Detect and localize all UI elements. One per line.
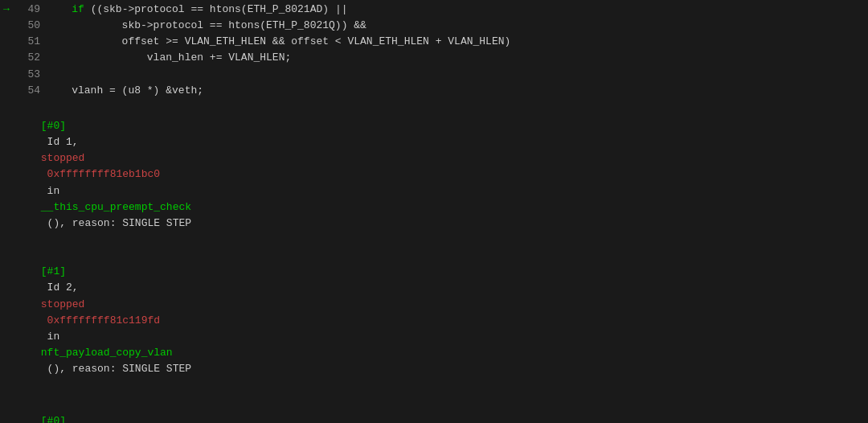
thread-0-func: __this_cpu_preempt_check bbox=[41, 201, 191, 213]
arrow-50 bbox=[3, 18, 18, 34]
thread-1-bracket: [#1] bbox=[41, 265, 66, 277]
arrow-54 bbox=[3, 83, 18, 99]
thread-0-bracket: [#0] bbox=[41, 120, 66, 132]
linenum-49: 49 bbox=[18, 2, 47, 18]
stack-section: [#0] 0xffffffff81c119fd → nft_payload_co… bbox=[0, 395, 868, 423]
code-line-49: → 49 if ((skb->protocol == htons(ETH_P_8… bbox=[0, 2, 868, 18]
thread-1: [#1] Id 2, stopped 0xffffffff81c119fd in… bbox=[3, 248, 865, 393]
code-line-54: 54 vlanh = (u8 *) &veth; bbox=[0, 83, 868, 99]
thread-1-func: nft_payload_copy_vlan bbox=[41, 347, 173, 359]
thread-0-reason: (), reason: SINGLE STEP bbox=[41, 217, 191, 229]
code-line-51: 51 offset >= VLAN_ETH_HLEN && offset < V… bbox=[0, 34, 868, 50]
stack-frame-0: [#0] 0xffffffff81c119fd → nft_payload_co… bbox=[3, 396, 865, 423]
code-line-53: 53 bbox=[0, 67, 868, 83]
arrow-52 bbox=[3, 50, 18, 66]
linenum-52: 52 bbox=[18, 50, 47, 66]
thread-1-in: in bbox=[41, 331, 66, 343]
arrow-49: → bbox=[3, 2, 18, 18]
linenum-50: 50 bbox=[18, 18, 47, 34]
thread-0: [#0] Id 1, stopped 0xffffffff81eb1bc0 in… bbox=[3, 102, 865, 248]
thread-1-addr: 0xffffffff81c119fd bbox=[41, 314, 160, 326]
thread-0-in: in bbox=[41, 185, 66, 197]
thread-0-id: Id 1, bbox=[41, 136, 85, 148]
code-line-50: 50 skb->protocol == htons(ETH_P_8021Q)) … bbox=[0, 18, 868, 34]
linenum-54: 54 bbox=[18, 83, 47, 99]
thread-0-status: stopped bbox=[41, 152, 85, 164]
frame-0-bracket: [#0] bbox=[41, 415, 66, 423]
thread-1-reason: (), reason: SINGLE STEP bbox=[41, 363, 191, 375]
arrow-51 bbox=[3, 34, 18, 50]
linenum-51: 51 bbox=[18, 34, 47, 50]
code-content-52: vlan_hlen += VLAN_HLEN; bbox=[47, 50, 291, 66]
arrow-53 bbox=[3, 67, 18, 83]
thread-1-id: Id 2, bbox=[41, 281, 85, 294]
thread-1-status: stopped bbox=[41, 298, 85, 310]
thread-0-addr: 0xffffffff81eb1bc0 bbox=[41, 168, 160, 180]
code-content-54: vlanh = (u8 *) &veth; bbox=[47, 83, 203, 99]
code-content-50: skb->protocol == htons(ETH_P_8021Q)) && bbox=[47, 18, 366, 34]
code-content-49: if ((skb->protocol == htons(ETH_P_8021AD… bbox=[47, 2, 347, 18]
code-content-51: offset >= VLAN_ETH_HLEN && offset < VLAN… bbox=[47, 34, 510, 50]
code-line-52: 52 vlan_hlen += VLAN_HLEN; bbox=[0, 50, 868, 66]
code-section: → 49 if ((skb->protocol == htons(ETH_P_8… bbox=[0, 0, 868, 101]
terminal: → 49 if ((skb->protocol == htons(ETH_P_8… bbox=[0, 0, 868, 423]
linenum-53: 53 bbox=[18, 67, 47, 83]
thread-section: [#0] Id 1, stopped 0xffffffff81eb1bc0 in… bbox=[0, 101, 868, 396]
